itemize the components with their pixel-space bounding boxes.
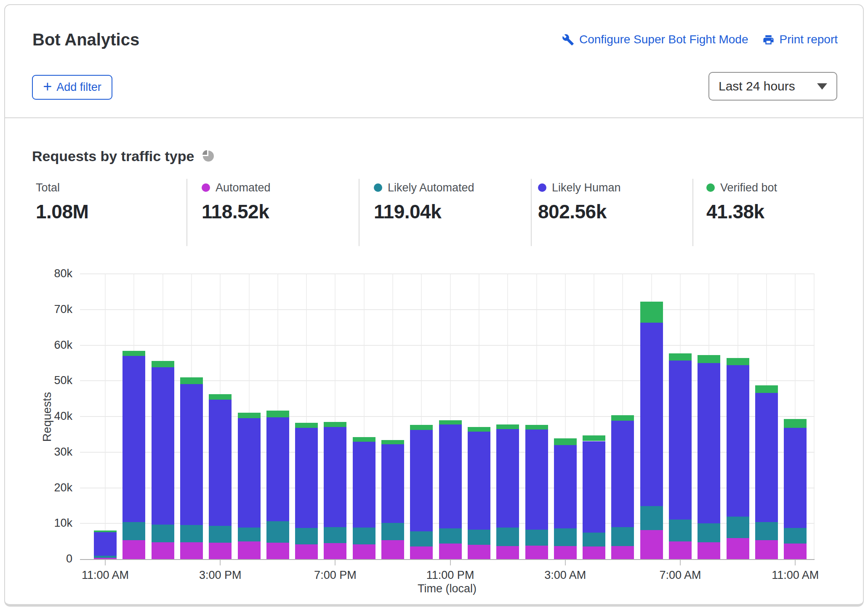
bar-segment-verified-bot[interactable]: [152, 361, 174, 367]
bar-segment-automated[interactable]: [525, 546, 548, 559]
bar-segment-likely-automated[interactable]: [525, 530, 548, 546]
bar-segment-likely-human[interactable]: [640, 323, 663, 506]
add-filter-button[interactable]: + Add filter: [32, 75, 112, 100]
bar-segment-likely-human[interactable]: [784, 428, 807, 528]
bar-segment-verified-bot[interactable]: [698, 355, 720, 363]
bar-segment-automated[interactable]: [611, 546, 634, 559]
bar-segment-likely-human[interactable]: [727, 365, 749, 517]
bar-segment-likely-human[interactable]: [554, 445, 577, 528]
bar-segment-automated[interactable]: [324, 543, 346, 559]
bar-segment-automated[interactable]: [180, 542, 203, 559]
bar-segment-likely-automated[interactable]: [410, 531, 433, 546]
bar-segment-likely-human[interactable]: [698, 363, 720, 523]
bar-segment-likely-human[interactable]: [410, 430, 433, 531]
bar-segment-verified-bot[interactable]: [583, 435, 605, 441]
bar-segment-automated[interactable]: [353, 544, 375, 559]
bar-segment-verified-bot[interactable]: [180, 377, 203, 384]
bar-segment-likely-automated[interactable]: [784, 528, 807, 543]
bar-segment-likely-automated[interactable]: [496, 528, 519, 546]
bar-segment-automated[interactable]: [727, 538, 749, 559]
bar-segment-automated[interactable]: [122, 540, 145, 559]
bar-segment-likely-human[interactable]: [525, 430, 548, 530]
bar-segment-automated[interactable]: [583, 546, 605, 559]
bar-segment-automated[interactable]: [295, 544, 318, 559]
bar-segment-verified-bot[interactable]: [324, 422, 346, 427]
bar-segment-automated[interactable]: [152, 542, 174, 559]
bar-segment-likely-human[interactable]: [152, 367, 174, 525]
bar-segment-likely-human[interactable]: [122, 356, 145, 522]
bar-segment-likely-automated[interactable]: [698, 523, 720, 542]
bar-segment-likely-automated[interactable]: [640, 506, 663, 530]
bar-segment-verified-bot[interactable]: [94, 530, 117, 532]
stat-total[interactable]: Total1.08M: [36, 181, 88, 223]
bar-segment-automated[interactable]: [640, 530, 663, 559]
print-report-link[interactable]: Print report: [762, 33, 838, 46]
bar-segment-likely-human[interactable]: [611, 421, 634, 527]
bar-segment-verified-bot[interactable]: [439, 420, 462, 424]
bar-segment-automated[interactable]: [410, 546, 433, 559]
bar-segment-likely-human[interactable]: [266, 417, 289, 521]
bar-segment-verified-bot[interactable]: [755, 385, 778, 393]
bar-segment-likely-automated[interactable]: [209, 526, 232, 543]
bar-segment-likely-automated[interactable]: [583, 533, 605, 546]
bar-segment-automated[interactable]: [209, 543, 232, 559]
bar-segment-likely-human[interactable]: [669, 361, 692, 520]
bar-segment-likely-automated[interactable]: [611, 527, 634, 546]
bar-segment-likely-automated[interactable]: [238, 528, 261, 541]
bar-segment-verified-bot[interactable]: [525, 425, 548, 430]
stat-likely-human[interactable]: Likely Human802.56k: [538, 181, 621, 223]
bar-segment-verified-bot[interactable]: [669, 353, 692, 361]
bar-segment-likely-human[interactable]: [324, 427, 346, 527]
bar-segment-automated[interactable]: [266, 543, 289, 559]
bar-segment-verified-bot[interactable]: [209, 394, 232, 400]
bar-segment-likely-automated[interactable]: [180, 525, 203, 543]
bar-segment-automated[interactable]: [784, 544, 807, 559]
bar-segment-verified-bot[interactable]: [727, 358, 749, 365]
bar-segment-likely-human[interactable]: [583, 441, 605, 533]
bar-segment-likely-automated[interactable]: [266, 521, 289, 543]
bar-segment-likely-automated[interactable]: [554, 528, 577, 546]
bar-segment-verified-bot[interactable]: [381, 440, 404, 444]
bar-segment-likely-automated[interactable]: [152, 525, 174, 542]
bar-segment-automated[interactable]: [496, 546, 519, 559]
bar-segment-automated[interactable]: [381, 540, 404, 559]
bar-segment-verified-bot[interactable]: [468, 427, 490, 432]
bar-segment-likely-automated[interactable]: [468, 530, 490, 545]
bar-segment-likely-automated[interactable]: [727, 517, 749, 538]
bar-segment-verified-bot[interactable]: [238, 413, 261, 419]
bar-segment-likely-human[interactable]: [238, 418, 261, 528]
bar-segment-verified-bot[interactable]: [554, 438, 577, 445]
bar-segment-automated[interactable]: [94, 558, 117, 559]
bar-segment-verified-bot[interactable]: [410, 425, 433, 430]
configure-super-bot-fight-mode-link[interactable]: Configure Super Bot Fight Mode: [562, 33, 748, 46]
bar-segment-likely-human[interactable]: [381, 444, 404, 522]
bar-segment-likely-automated[interactable]: [94, 556, 117, 558]
bar-segment-likely-human[interactable]: [496, 429, 519, 528]
bar-segment-likely-human[interactable]: [295, 428, 318, 528]
bar-segment-automated[interactable]: [669, 541, 692, 559]
bar-segment-likely-automated[interactable]: [439, 528, 462, 544]
bar-segment-verified-bot[interactable]: [784, 419, 807, 428]
bar-segment-verified-bot[interactable]: [122, 351, 145, 356]
bar-segment-likely-automated[interactable]: [324, 527, 346, 543]
bar-segment-automated[interactable]: [698, 542, 720, 559]
stat-likely-automated[interactable]: Likely Automated119.04k: [374, 181, 474, 223]
bar-segment-likely-human[interactable]: [468, 432, 490, 529]
bar-segment-verified-bot[interactable]: [353, 437, 375, 442]
bar-segment-automated[interactable]: [468, 545, 490, 559]
bar-segment-likely-human[interactable]: [755, 393, 778, 522]
bar-segment-verified-bot[interactable]: [611, 415, 634, 421]
bar-segment-likely-automated[interactable]: [381, 523, 404, 541]
bar-segment-likely-human[interactable]: [439, 424, 462, 528]
bar-segment-verified-bot[interactable]: [295, 423, 318, 428]
bar-segment-likely-human[interactable]: [353, 442, 375, 528]
stat-verified-bot[interactable]: Verified bot41.38k: [706, 181, 777, 223]
bar-segment-automated[interactable]: [439, 544, 462, 559]
bar-segment-likely-automated[interactable]: [353, 528, 375, 544]
time-range-select[interactable]: Last 24 hours: [708, 72, 837, 101]
bar-segment-likely-human[interactable]: [209, 400, 232, 526]
bar-segment-verified-bot[interactable]: [640, 302, 663, 323]
bar-segment-verified-bot[interactable]: [496, 424, 519, 429]
bar-segment-likely-automated[interactable]: [295, 528, 318, 544]
bar-segment-likely-automated[interactable]: [122, 522, 145, 540]
